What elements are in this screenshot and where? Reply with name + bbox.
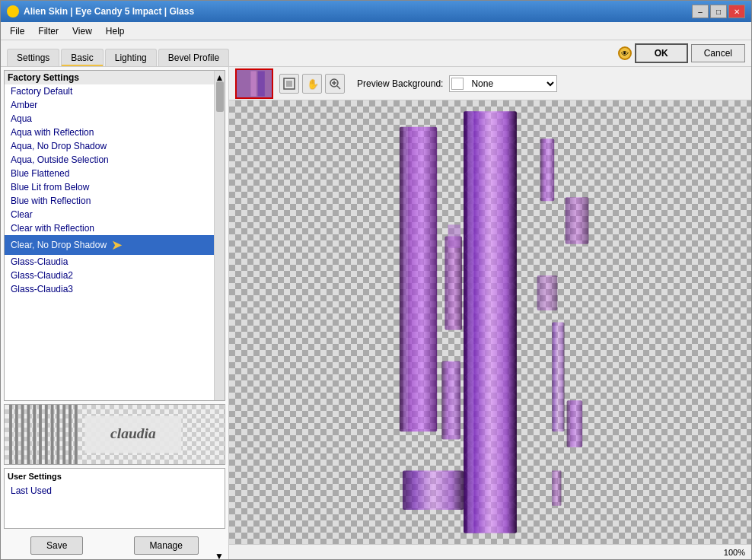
title-bar-left: Alien Skin | Eye Candy 5 Impact | Glass: [7, 5, 194, 18]
list-item-selected[interactable]: Clear, No Drop Shadow ➤: [5, 235, 214, 255]
list-item[interactable]: Aqua, No Drop Shadow: [5, 139, 214, 153]
thumbnail-preview: claudia: [5, 405, 225, 464]
svg-rect-36: [537, 275, 558, 310]
save-button[interactable]: Save: [30, 536, 83, 555]
user-settings-panel: User Settings Last Used: [4, 468, 225, 529]
svg-rect-32: [540, 138, 554, 201]
list-item[interactable]: Clear: [5, 208, 214, 221]
cancel-button[interactable]: Cancel: [691, 44, 745, 62]
tab-basic[interactable]: Basic: [61, 49, 103, 66]
status-bar: 100%: [229, 544, 751, 559]
preview-controls: ✋ Preview Background:: [229, 67, 751, 100]
bottom-buttons: Save Manage: [1, 532, 228, 559]
svg-rect-37: [567, 400, 583, 447]
svg-rect-16: [250, 71, 256, 96]
svg-text:✋: ✋: [307, 78, 318, 90]
preset-list: Factory Settings Factory Default Amber A…: [5, 71, 214, 400]
arrow-icon: ➤: [111, 237, 123, 253]
content-area: Factory Settings Factory Default Amber A…: [1, 67, 751, 559]
zoom-tool-button[interactable]: [325, 74, 345, 94]
list-item[interactable]: Aqua with Reflection: [5, 126, 214, 139]
menu-view[interactable]: View: [66, 24, 98, 38]
menu-bar: File Filter View Help: [1, 22, 751, 40]
list-item[interactable]: Glass-Claudia3: [5, 282, 214, 296]
main-window: Alien Skin | Eye Candy 5 Impact | Glass …: [0, 0, 752, 560]
svg-line-22: [337, 86, 340, 89]
list-item[interactable]: Glass-Claudia2: [5, 269, 214, 282]
list-item[interactable]: Blue with Reflection: [5, 194, 214, 208]
svg-rect-35: [552, 323, 564, 432]
title-bar: Alien Skin | Eye Candy 5 Impact | Glass …: [1, 1, 751, 22]
bg-color-swatch: [451, 78, 464, 90]
preview-canvas: [229, 100, 751, 544]
selected-label: Clear, No Drop Shadow: [11, 240, 107, 250]
preview-bg-select[interactable]: None White Black Custom...: [465, 76, 556, 91]
list-item[interactable]: Amber: [5, 98, 214, 112]
svg-rect-38: [403, 471, 464, 510]
preset-scrollbar[interactable]: ▲ ▼: [214, 71, 225, 400]
svg-rect-39: [552, 471, 561, 506]
svg-rect-19: [286, 81, 292, 87]
svg-rect-31: [445, 237, 462, 330]
list-item[interactable]: Blue Flattened: [5, 167, 214, 180]
preset-header-factory: Factory Settings: [5, 71, 214, 84]
tab-bevel-profile[interactable]: Bevel Profile: [158, 49, 229, 66]
preview-bg-label: Preview Background:: [357, 78, 443, 89]
fit-view-button[interactable]: [279, 74, 299, 94]
menu-file[interactable]: File: [4, 24, 30, 38]
right-panel: ✋ Preview Background:: [229, 67, 751, 559]
ok-icon: 👁: [618, 46, 632, 60]
window-title: Alien Skin | Eye Candy 5 Impact | Glass: [24, 6, 194, 17]
maximize-button[interactable]: □: [710, 5, 727, 18]
title-controls: – □ ✕: [692, 5, 745, 18]
view-controls: ✋: [279, 74, 345, 94]
list-item[interactable]: Aqua, Outside Selection: [5, 153, 214, 167]
app-icon: [7, 5, 19, 18]
preset-thumbnail: claudia: [4, 404, 225, 465]
svg-rect-34: [441, 361, 460, 440]
preview-area: [229, 100, 751, 544]
menu-filter[interactable]: Filter: [32, 24, 65, 38]
list-item[interactable]: Glass-Claudia: [5, 255, 214, 269]
user-setting-last-used[interactable]: Last Used: [8, 484, 221, 498]
svg-rect-30: [403, 127, 408, 432]
menu-help[interactable]: Help: [100, 24, 131, 38]
preview-thumbnail-small: [235, 68, 273, 99]
tab-settings[interactable]: Settings: [7, 49, 59, 66]
svg-rect-17: [258, 71, 265, 96]
svg-text:claudia: claudia: [110, 425, 156, 441]
list-item[interactable]: Blue Lit from Below: [5, 180, 214, 194]
preset-list-container: Factory Settings Factory Default Amber A…: [4, 70, 225, 401]
list-item[interactable]: Factory Default: [5, 84, 214, 98]
ok-button[interactable]: OK: [635, 43, 688, 63]
svg-rect-40: [448, 224, 460, 248]
list-item[interactable]: Aqua: [5, 112, 214, 126]
close-button[interactable]: ✕: [728, 5, 745, 18]
hand-tool-button[interactable]: ✋: [302, 74, 322, 94]
list-item[interactable]: Clear with Reflection: [5, 221, 214, 235]
zoom-level: 100%: [724, 548, 745, 557]
tab-lighting[interactable]: Lighting: [105, 49, 157, 66]
user-settings-header: User Settings: [8, 472, 221, 481]
manage-button[interactable]: Manage: [134, 536, 199, 555]
scrollbar-thumb[interactable]: [216, 81, 224, 112]
svg-rect-33: [566, 197, 589, 244]
left-panel: Factory Settings Factory Default Amber A…: [1, 67, 229, 559]
svg-rect-28: [467, 111, 473, 533]
minimize-button[interactable]: –: [692, 5, 709, 18]
